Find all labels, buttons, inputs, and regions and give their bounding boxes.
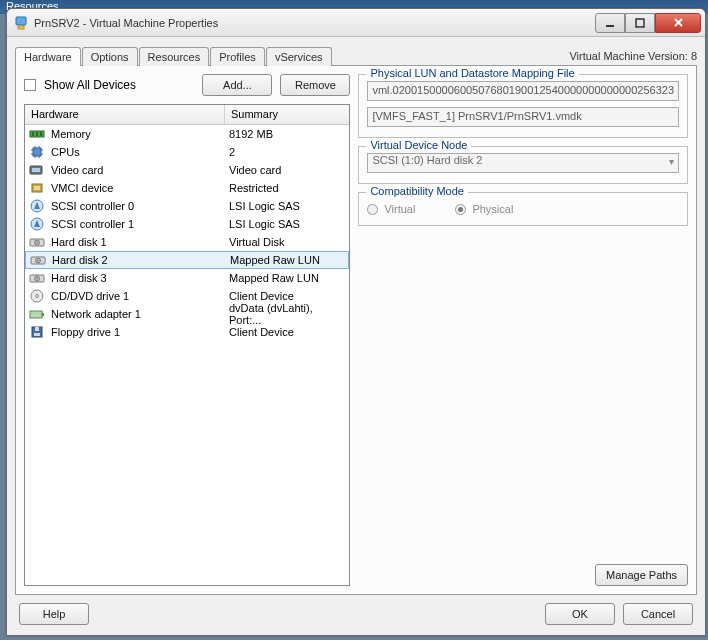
hardware-cell: Video card <box>25 163 225 177</box>
disk-icon <box>30 253 46 267</box>
svg-rect-0 <box>16 17 26 25</box>
table-row[interactable]: VMCI deviceRestricted <box>25 179 349 197</box>
svg-rect-8 <box>33 148 41 156</box>
titlebar: PrnSRV2 - Virtual Machine Properties <box>7 9 705 37</box>
hardware-name: CD/DVD drive 1 <box>51 290 129 302</box>
hardware-cell: Floppy drive 1 <box>25 325 225 339</box>
show-all-devices-label: Show All Devices <box>44 78 136 92</box>
summary-cell: Client Device <box>225 326 349 338</box>
table-row[interactable]: Floppy drive 1Client Device <box>25 323 349 341</box>
table-row[interactable]: CPUs2 <box>25 143 349 161</box>
scsi-icon <box>29 217 45 231</box>
hardware-name: CPUs <box>51 146 80 158</box>
lun-fieldset: Physical LUN and Datastore Mapping File … <box>358 74 688 138</box>
window-buttons <box>595 13 701 33</box>
svg-point-23 <box>36 278 38 280</box>
summary-cell: Restricted <box>225 182 349 194</box>
table-row[interactable]: Memory8192 MB <box>25 125 349 143</box>
summary-cell: 8192 MB <box>225 128 349 140</box>
radio-icon <box>367 204 378 215</box>
compat-physical-label: Physical <box>472 203 513 215</box>
radio-icon <box>455 204 466 215</box>
compat-options: Virtual Physical <box>367 203 679 215</box>
svg-rect-29 <box>35 327 39 331</box>
hardware-name: SCSI controller 0 <box>51 200 134 212</box>
compat-virtual-label: Virtual <box>384 203 415 215</box>
dialog-buttons: Help OK Cancel <box>15 595 697 627</box>
hardware-name: Hard disk 1 <box>51 236 107 248</box>
minimize-button[interactable] <box>595 13 625 33</box>
hardware-name: Floppy drive 1 <box>51 326 120 338</box>
summary-cell: Video card <box>225 164 349 176</box>
datastore-path-field: [VMFS_FAST_1] PrnSRV1/PrnSRV1.vmdk <box>367 107 679 127</box>
hardware-cell: Hard disk 3 <box>25 271 225 285</box>
content: HardwareOptionsResourcesProfilesvService… <box>7 37 705 635</box>
column-summary[interactable]: Summary <box>225 105 349 124</box>
cancel-button[interactable]: Cancel <box>623 603 693 625</box>
hardware-list-body: Memory8192 MBCPUs2Video cardVideo cardVM… <box>25 125 349 341</box>
vdn-select[interactable]: SCSI (1:0) Hard disk 2 <box>367 153 679 173</box>
summary-cell: dvData (dvLahti), Port:... <box>225 302 349 326</box>
tabs-row: HardwareOptionsResourcesProfilesvService… <box>15 43 697 65</box>
vmci-icon <box>29 181 45 195</box>
add-button[interactable]: Add... <box>202 74 272 96</box>
svg-rect-7 <box>40 132 42 136</box>
column-hardware[interactable]: Hardware <box>25 105 225 124</box>
tab-options[interactable]: Options <box>82 47 138 66</box>
vm-version: Virtual Machine Version: 8 <box>569 50 697 65</box>
tab-profiles[interactable]: Profiles <box>210 47 265 66</box>
hardware-cell: Hard disk 2 <box>26 253 226 267</box>
maximize-button[interactable] <box>625 13 655 33</box>
svg-rect-1 <box>18 26 24 29</box>
tab-resources[interactable]: Resources <box>139 47 210 66</box>
hardware-cell: Hard disk 1 <box>25 235 225 249</box>
summary-cell: Mapped Raw LUN <box>225 272 349 284</box>
memory-icon <box>29 127 45 141</box>
table-row[interactable]: SCSI controller 1LSI Logic SAS <box>25 215 349 233</box>
compat-virtual-radio: Virtual <box>367 203 415 215</box>
svg-point-25 <box>36 295 39 298</box>
hardware-list-header: Hardware Summary <box>25 105 349 125</box>
app-icon <box>13 15 29 31</box>
floppy-icon <box>29 325 45 339</box>
table-row[interactable]: SCSI controller 0LSI Logic SAS <box>25 197 349 215</box>
table-row[interactable]: Hard disk 2Mapped Raw LUN <box>25 251 349 269</box>
tab-vservices[interactable]: vServices <box>266 47 332 66</box>
table-row[interactable]: Video cardVideo card <box>25 161 349 179</box>
compat-fieldset: Compatibility Mode Virtual Physical <box>358 192 688 226</box>
hardware-cell: CPUs <box>25 145 225 159</box>
hardware-name: Hard disk 3 <box>51 272 107 284</box>
table-row[interactable]: Hard disk 3Mapped Raw LUN <box>25 269 349 287</box>
svg-point-20 <box>37 260 39 262</box>
remove-button[interactable]: Remove <box>280 74 350 96</box>
summary-cell: Mapped Raw LUN <box>226 254 348 266</box>
hardware-name: VMCI device <box>51 182 113 194</box>
hardware-name: SCSI controller 1 <box>51 218 134 230</box>
hardware-cell: Memory <box>25 127 225 141</box>
svg-rect-26 <box>30 311 42 318</box>
vdn-fieldset: Virtual Device Node SCSI (1:0) Hard disk… <box>358 146 688 184</box>
table-row[interactable]: Network adapter 1dvData (dvLahti), Port:… <box>25 305 349 323</box>
compat-physical-radio: Physical <box>455 203 513 215</box>
show-all-devices-checkbox[interactable] <box>24 79 36 91</box>
disk-icon <box>29 235 45 249</box>
help-button[interactable]: Help <box>19 603 89 625</box>
svg-rect-5 <box>32 132 34 136</box>
tab-hardware[interactable]: Hardware <box>15 47 81 66</box>
lun-path-field: vml.020015000060050768019001254000000000… <box>367 81 679 101</box>
cpu-icon <box>29 145 45 159</box>
hardware-cell: VMCI device <box>25 181 225 195</box>
hardware-list: Hardware Summary Memory8192 MBCPUs2Video… <box>24 104 350 586</box>
ok-button[interactable]: OK <box>545 603 615 625</box>
compat-legend: Compatibility Mode <box>366 185 468 197</box>
svg-rect-10 <box>32 168 40 172</box>
hardware-cell: CD/DVD drive 1 <box>25 289 225 303</box>
manage-paths-button[interactable]: Manage Paths <box>595 564 688 586</box>
table-row[interactable]: Hard disk 1Virtual Disk <box>25 233 349 251</box>
cd-icon <box>29 289 45 303</box>
hardware-name: Memory <box>51 128 91 140</box>
left-panel: Show All Devices Add... Remove Hardware … <box>24 74 350 586</box>
nic-icon <box>29 307 45 321</box>
hardware-toolbar: Show All Devices Add... Remove <box>24 74 350 96</box>
close-button[interactable] <box>655 13 701 33</box>
